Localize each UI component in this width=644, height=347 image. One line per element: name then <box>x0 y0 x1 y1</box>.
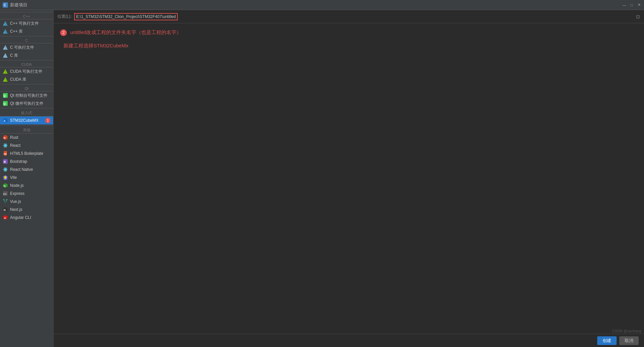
sidebar-item-c-exec[interactable]: !C 可执行文件 <box>0 43 53 51</box>
express-icon: EX <box>3 191 8 196</box>
annotation-badge-2: 2 <box>60 29 67 36</box>
minimize-button[interactable]: — <box>622 3 627 7</box>
sidebar-item-bootstrap[interactable]: BBootstrap <box>0 157 53 165</box>
svg-point-22 <box>5 145 6 146</box>
sidebar-item-react[interactable]: React <box>0 141 53 149</box>
section-label-C: C <box>0 36 53 43</box>
section-label-嵌入式: 嵌入式 <box>0 108 53 116</box>
svg-text:Q: Q <box>3 102 6 105</box>
section-label-其他: 其他 <box>0 125 53 133</box>
sidebar-item-cuda-exec[interactable]: !CUDA 可执行文件 <box>0 67 53 75</box>
sidebar-item-rust[interactable]: RRust <box>0 133 53 141</box>
svg-text:!: ! <box>4 79 4 82</box>
vuejs-label: Vue.js <box>10 199 21 204</box>
sidebar-item-html5[interactable]: H5HTML5 Boilerplate <box>0 149 53 157</box>
location-path: E:\1_STM32\STM32_Clion_Project\STM32F407… <box>76 14 163 19</box>
cuda-lib-icon: ! <box>3 77 8 82</box>
maximize-button[interactable]: □ <box>629 3 634 7</box>
qt-widget-label: Qt 微件可执行文件 <box>10 101 43 106</box>
sidebar-item-nodejs[interactable]: NNode.js <box>0 182 53 190</box>
sidebar-item-angular[interactable]: AAngular CLI <box>0 214 53 222</box>
cuda-lib-label: CUDA 库 <box>10 77 26 82</box>
vite-label: Vite <box>10 175 17 180</box>
cancel-button[interactable]: 取消 <box>619 336 639 345</box>
angular-icon: A <box>3 215 8 220</box>
svg-text:EX: EX <box>3 193 7 195</box>
sidebar-item-react-native[interactable]: React Native <box>0 165 53 174</box>
cpp-lib-label: C++ 库 <box>10 29 23 34</box>
svg-text:N: N <box>4 209 6 212</box>
annotation-text-1: untitled改成工程的文件夹名字（也是工程的名字） <box>70 29 181 36</box>
svg-text:!: ! <box>4 31 4 34</box>
svg-point-30 <box>5 169 6 170</box>
window-title: 新建项目 <box>10 2 27 8</box>
sidebar-item-cuda-lib[interactable]: !CUDA 库 <box>0 75 53 83</box>
annotation-item-2: 新建工程选择STM32CubeMx <box>60 43 637 49</box>
react-native-icon <box>3 167 8 172</box>
sidebar-item-nextjs[interactable]: NNext.js <box>0 206 53 214</box>
sidebar-item-stm32cubemx[interactable]: SSTM32CubeMX1 <box>0 116 53 124</box>
svg-text:Q: Q <box>3 94 6 97</box>
bootstrap-icon: B <box>3 159 8 164</box>
location-input-box[interactable]: E:\1_STM32\STM32_Clion_Project\STM32F407… <box>74 13 178 20</box>
sidebar-item-cpp-lib[interactable]: !C++ 库 <box>0 27 53 35</box>
rust-label: Rust <box>10 135 18 140</box>
react-label: React <box>10 143 20 148</box>
html5-label: HTML5 Boilerplate <box>10 151 43 156</box>
location-bar: 位置(L): E:\1_STM32\STM32_Clion_Project\ST… <box>53 10 644 23</box>
stm32cubemx-badge: 1 <box>45 118 50 123</box>
location-name[interactable]: untitled <box>163 14 176 19</box>
c-exec-icon: ! <box>3 45 8 50</box>
expand-button[interactable]: ⊡ <box>636 14 640 19</box>
window-controls: — □ ✕ <box>622 3 641 7</box>
stm32cubemx-icon: S <box>3 118 8 123</box>
svg-text:C: C <box>4 3 6 7</box>
qt-console-label: Qt 控制台可执行文件 <box>10 93 47 98</box>
react-icon <box>3 143 8 148</box>
cpp-lib-icon: ! <box>3 29 8 34</box>
express-label: Express <box>10 191 24 196</box>
sidebar-item-qt-console[interactable]: QQt 控制台可执行文件 <box>0 91 53 99</box>
bootstrap-label: Bootstrap <box>10 159 27 164</box>
watermark: CSDN @sanhang <box>612 329 641 333</box>
section-label-CUDA: CUDA <box>0 60 53 67</box>
title-bar: C 新建项目 — □ ✕ <box>0 0 644 10</box>
sidebar-item-c-lib[interactable]: !C 库 <box>0 51 53 59</box>
section-label-C++: C++ <box>0 12 53 19</box>
nextjs-icon: N <box>3 207 8 212</box>
sidebar-item-qt-widget[interactable]: QQt 微件可执行文件 <box>0 99 53 107</box>
sidebar-item-vite[interactable]: Vite <box>0 174 53 182</box>
sidebar-item-vuejs[interactable]: Vue.js <box>0 198 53 206</box>
nodejs-icon: N <box>3 183 8 188</box>
cpp-exec-label: C++ 可执行文件 <box>10 21 39 26</box>
app-icon: C <box>3 2 8 8</box>
svg-text:!: ! <box>4 23 4 26</box>
svg-text:B: B <box>4 160 6 163</box>
svg-text:S: S <box>4 119 6 122</box>
svg-text:R: R <box>4 136 6 139</box>
annotation-item-1: 2 untitled改成工程的文件夹名字（也是工程的名字） <box>60 29 637 36</box>
location-label: 位置(L): <box>57 14 71 19</box>
sidebar-item-cpp-exec[interactable]: !C++ 可执行文件 <box>0 19 53 27</box>
vite-icon <box>3 175 8 180</box>
annotation-area: 2 untitled改成工程的文件夹名字（也是工程的名字） 新建工程选择STM3… <box>53 23 644 54</box>
sidebar-item-express[interactable]: EXExpress <box>0 190 53 198</box>
bottom-bar: CSDN @sanhang 创建 取消 <box>53 334 644 347</box>
cuda-exec-label: CUDA 可执行文件 <box>10 69 42 74</box>
qt-console-icon: Q <box>3 93 8 98</box>
svg-text:N: N <box>4 185 5 187</box>
c-exec-label: C 可执行文件 <box>10 45 34 50</box>
close-button[interactable]: ✕ <box>637 3 641 7</box>
create-button[interactable]: 创建 <box>597 336 617 345</box>
nodejs-label: Node.js <box>10 183 24 188</box>
sidebar: C++!C++ 可执行文件!C++ 库C!C 可执行文件!C 库CUDA!CUD… <box>0 10 53 347</box>
svg-text:H5: H5 <box>4 153 7 155</box>
section-label-Qt: Qt <box>0 84 53 91</box>
stm32cubemx-label: STM32CubeMX <box>10 118 38 123</box>
angular-label: Angular CLI <box>10 215 31 220</box>
content-area: 位置(L): E:\1_STM32\STM32_Clion_Project\ST… <box>53 10 644 347</box>
qt-widget-icon: Q <box>3 101 8 106</box>
vuejs-icon <box>3 199 8 204</box>
svg-text:!: ! <box>4 47 4 50</box>
svg-text:A: A <box>4 217 6 220</box>
